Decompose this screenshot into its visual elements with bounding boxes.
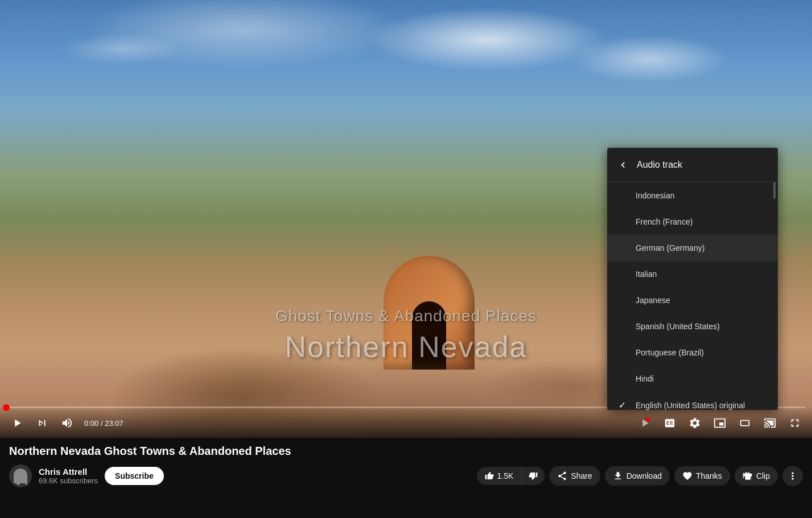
audio-track-item-italian[interactable]: Italian — [607, 261, 778, 287]
download-button[interactable]: Download — [605, 466, 670, 486]
channel-info: Chris Attrell 69.6K subscribers — [39, 467, 98, 485]
back-arrow-icon[interactable] — [616, 158, 630, 172]
audio-track-item-indonesian[interactable]: Indonesian — [607, 183, 778, 209]
audio-track-item-french[interactable]: French (France) — [607, 209, 778, 235]
cast-button[interactable] — [760, 413, 780, 433]
svg-point-0 — [646, 417, 650, 421]
check-none-0 — [619, 190, 629, 201]
more-button[interactable] — [782, 466, 803, 486]
next-button[interactable] — [32, 413, 52, 433]
audio-track-item-hindi[interactable]: Hindi — [607, 366, 778, 392]
audio-label-7: Hindi — [636, 374, 654, 383]
audio-track-panel: Audio track Indonesian French (France) G… — [607, 148, 778, 410]
check-none-7 — [619, 374, 629, 384]
action-buttons: 1.5K Share — [477, 466, 803, 486]
channel-row: Chris Attrell 69.6K subscribers Subscrib… — [9, 465, 803, 487]
like-button[interactable]: 1.5K — [477, 467, 522, 485]
thanks-button[interactable]: Thanks — [674, 466, 730, 486]
audio-label-8: English (United States) original — [636, 401, 745, 410]
time-display: 0:00 / 23:07 — [84, 419, 123, 428]
like-dislike-group: 1.5K — [477, 467, 545, 485]
video-controls: 0:00 / 23:07 — [0, 407, 812, 438]
channel-subs: 69.6K subscribers — [39, 476, 98, 485]
channel-avatar[interactable] — [9, 465, 32, 487]
miniplayer-button[interactable] — [710, 413, 730, 433]
share-button[interactable]: Share — [549, 466, 600, 486]
play-button[interactable] — [7, 413, 27, 433]
ghost-icon — [14, 469, 27, 483]
audio-track-title: Audio track — [637, 160, 682, 170]
check-selected-8: ✓ — [619, 400, 629, 410]
controls-right — [634, 413, 805, 433]
stone-arch — [384, 256, 475, 370]
audio-track-item-spanish[interactable]: Spanish (United States) — [607, 313, 778, 339]
clip-label: Clip — [756, 471, 770, 480]
channel-left: Chris Attrell 69.6K subscribers Subscrib… — [9, 465, 164, 487]
clip-button[interactable]: Clip — [735, 466, 778, 486]
check-none-4 — [619, 295, 629, 305]
check-none-1 — [619, 217, 629, 227]
theatre-button[interactable] — [735, 413, 755, 433]
dislike-button[interactable] — [522, 467, 545, 485]
channel-name: Chris Attrell — [39, 467, 98, 476]
audio-track-header[interactable]: Audio track — [607, 148, 778, 183]
audio-track-item-japanese[interactable]: Japanese — [607, 287, 778, 313]
share-label: Share — [571, 471, 592, 480]
fullscreen-button[interactable] — [785, 413, 805, 433]
download-label: Download — [626, 471, 662, 480]
current-time: 0:00 — [84, 419, 98, 428]
volume-button[interactable] — [57, 413, 77, 433]
audio-track-item-german[interactable]: German (Germany) — [607, 235, 778, 261]
page-wrapper: Ghost Towns & Abandoned Places Northern … — [0, 0, 812, 518]
check-none-3 — [619, 269, 629, 279]
check-none-2 — [619, 243, 629, 253]
controls-left: 0:00 / 23:07 — [7, 413, 123, 433]
audio-label-1: French (France) — [636, 217, 693, 226]
audio-label-4: Japanese — [636, 296, 670, 305]
like-count: 1.5K — [497, 471, 514, 480]
audio-track-list: Indonesian French (France) German (Germa… — [607, 183, 778, 410]
settings-button[interactable] — [685, 413, 705, 433]
autoplay-button[interactable] — [634, 413, 655, 433]
duration: 23:07 — [105, 419, 123, 428]
audio-label-3: Italian — [636, 270, 657, 279]
video-title: Northern Nevada Ghost Towns & Abandoned … — [9, 445, 803, 458]
thanks-label: Thanks — [696, 471, 722, 480]
audio-label-6: Portuguese (Brazil) — [636, 348, 704, 357]
stone-structure — [372, 233, 486, 370]
cc-button[interactable] — [660, 413, 680, 433]
audio-label-0: Indonesian — [636, 191, 675, 200]
video-player[interactable]: Ghost Towns & Abandoned Places Northern … — [0, 0, 812, 438]
controls-row: 0:00 / 23:07 — [7, 413, 805, 433]
subscribe-button[interactable]: Subscribe — [105, 467, 164, 485]
audio-label-5: Spanish (United States) — [636, 322, 720, 331]
audio-track-item-english[interactable]: ✓ English (United States) original — [607, 392, 778, 410]
video-info-section: Northern Nevada Ghost Towns & Abandoned … — [0, 438, 812, 492]
audio-label-2: German (Germany) — [636, 243, 704, 252]
audio-track-item-portuguese[interactable]: Portuguese (Brazil) — [607, 339, 778, 366]
check-none-5 — [619, 321, 629, 331]
check-none-6 — [619, 347, 629, 358]
